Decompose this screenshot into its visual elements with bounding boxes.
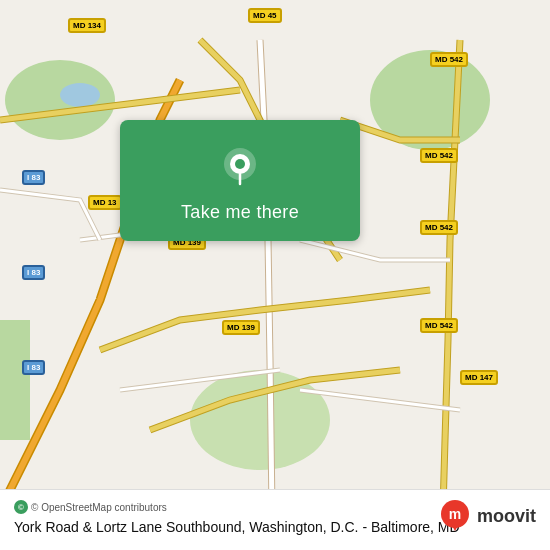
- svg-rect-3: [0, 320, 30, 440]
- moovit-text: moovit: [477, 506, 536, 527]
- road-sign-md45: MD 45: [248, 8, 282, 23]
- road-sign-md542c: MD 542: [420, 220, 458, 235]
- road-sign-md542a: MD 542: [430, 52, 468, 67]
- take-me-there-button-label: Take me there: [181, 202, 299, 223]
- svg-point-0: [5, 60, 115, 140]
- osm-logo: ©: [14, 500, 28, 514]
- road-sign-i83b: I 83: [22, 265, 45, 280]
- svg-point-9: [235, 159, 245, 169]
- road-sign-i83a: I 83: [22, 170, 45, 185]
- road-sign-md139b: MD 139: [222, 320, 260, 335]
- road-sign-i83c: I 83: [22, 360, 45, 375]
- road-sign-md134: MD 134: [68, 18, 106, 33]
- moovit-logo: m moovit: [441, 500, 536, 532]
- svg-point-2: [190, 370, 330, 470]
- osm-text: © OpenStreetMap contributors: [31, 502, 167, 513]
- take-me-there-overlay[interactable]: Take me there: [120, 120, 360, 241]
- bottom-bar: © © OpenStreetMap contributors York Road…: [0, 489, 550, 550]
- road-sign-md542b: MD 542: [420, 148, 458, 163]
- location-icon: [216, 144, 264, 192]
- road-sign-md542d: MD 542: [420, 318, 458, 333]
- road-sign-md147: MD 147: [460, 370, 498, 385]
- map-roads: .road-major { stroke: #fff; stroke-width…: [0, 0, 550, 550]
- moovit-icon: m: [441, 500, 469, 532]
- svg-text:m: m: [449, 506, 461, 522]
- road-sign-md13: MD 13: [88, 195, 122, 210]
- map-container: .road-major { stroke: #fff; stroke-width…: [0, 0, 550, 550]
- svg-point-4: [60, 83, 100, 107]
